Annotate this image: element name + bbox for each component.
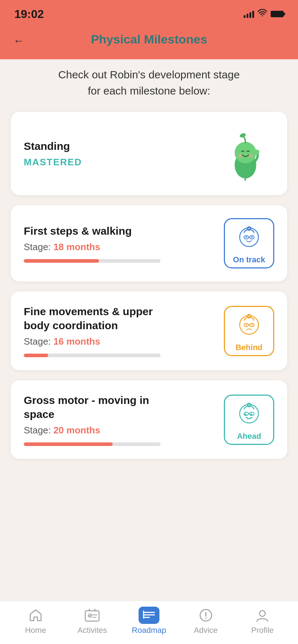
milestone-card-gross[interactable]: Gross motor - moving inspace Stage: 20 m… [11,380,287,459]
nav-label-profile: Profile [251,626,274,635]
nav-label-home: Home [25,626,46,635]
progress-bar-walking [24,259,161,263]
status-icons [244,9,284,19]
progress-bar-gross [24,442,161,446]
nav-label-roadmap: Roadmap [132,626,166,635]
page-title: Physical Milestones [91,32,207,46]
milestone-title-walking: First steps & walking [24,224,217,238]
behind-badge: Behind [224,306,274,356]
milestone-title-fine: Fine movements & upperbody coordination [24,304,217,332]
svg-point-30 [259,611,265,616]
bottom-navigation: Home Activites Roadmap [0,601,298,644]
svg-point-12 [245,236,247,238]
ahead-label: Ahead [237,432,261,441]
wifi-icon [258,9,267,19]
profile-icon [254,607,271,624]
behind-label: Behind [236,343,263,352]
battery-icon [271,11,284,17]
nav-label-activities: Activites [77,626,107,635]
on-track-face-icon [235,222,263,252]
roadmap-icon [141,607,157,624]
svg-point-0 [262,15,263,17]
svg-point-4 [248,153,253,158]
progress-bar-fine [24,354,161,357]
status-time: 19:02 [14,8,44,21]
page-header: ← Physical Milestones [0,25,298,59]
nav-item-profile[interactable]: Profile [234,607,291,635]
nav-item-advice[interactable]: Advice [177,607,234,635]
nav-item-home[interactable]: Home [7,607,64,635]
milestone-status-standing: MASTERED [24,157,209,168]
svg-point-8 [247,227,251,230]
nav-item-activities[interactable]: Activites [64,607,121,635]
signal-icon [244,10,254,18]
home-icon [27,607,44,624]
on-track-badge: On track [224,218,274,268]
milestone-card-fine[interactable]: Fine movements & upperbody coordination … [11,291,287,370]
svg-point-13 [251,236,253,238]
milestone-card-standing[interactable]: Standing MASTERED [11,112,287,195]
svg-point-29 [205,617,207,619]
ahead-badge: Ahead [224,395,274,445]
ahead-face-icon [235,399,263,429]
advice-icon [198,607,214,624]
behind-face-icon [235,310,263,340]
activities-icon [84,607,100,624]
back-button[interactable]: ← [13,34,24,51]
milestone-stage-walking: Stage: 18 months [24,242,217,253]
nav-item-roadmap[interactable]: Roadmap [121,607,177,635]
content-area: Check out Robin's development stagefor e… [0,52,298,601]
card-info-gross: Gross motor - moving inspace Stage: 20 m… [24,393,217,446]
milestone-stage-fine: Stage: 16 months [24,336,217,347]
svg-point-20 [251,324,253,326]
card-info-walking: First steps & walking Stage: 18 months [24,224,217,263]
card-badge-gross: Ahead [224,395,274,445]
on-track-label: On track [233,255,265,264]
status-bar: 19:02 [0,0,298,25]
milestone-card-walking[interactable]: First steps & walking Stage: 18 months [11,205,287,281]
card-info-fine: Fine movements & upperbody coordination … [24,304,217,357]
standing-illustration [217,125,274,182]
svg-point-22 [247,403,251,407]
card-badge-fine: Behind [224,306,274,356]
milestone-title-gross: Gross motor - moving inspace [24,393,217,421]
milestone-title-standing: Standing [24,139,209,153]
svg-point-15 [247,314,251,318]
subtitle-text: Check out Robin's development stagefor e… [11,66,287,99]
svg-point-5 [239,133,247,138]
card-badge-walking: On track [224,218,274,268]
svg-rect-26 [85,611,99,621]
svg-point-19 [245,324,247,326]
svg-point-2 [235,142,256,164]
svg-point-3 [238,153,243,158]
svg-point-6 [255,150,259,154]
card-info-standing: Standing MASTERED [24,139,209,168]
nav-label-advice: Advice [194,626,218,635]
milestone-stage-gross: Stage: 20 months [24,425,217,436]
